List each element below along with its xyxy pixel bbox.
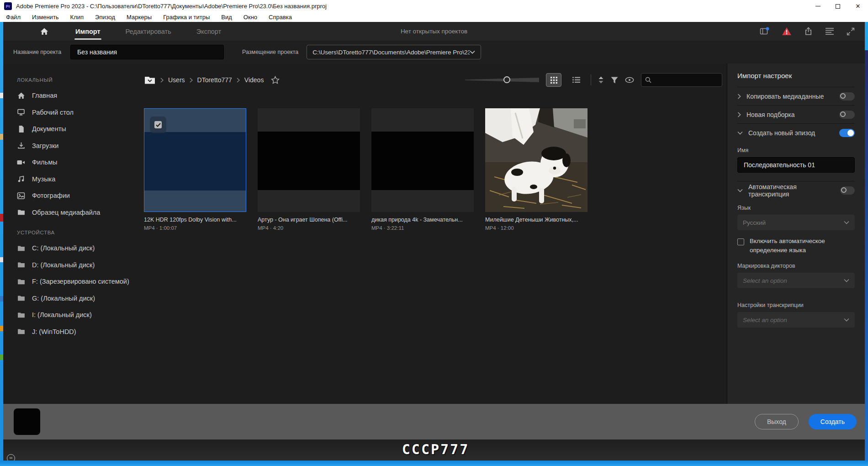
menu-clip[interactable]: Клип [70,14,84,21]
auto-transcription-toggle[interactable] [840,186,855,195]
new-sequence-toggle[interactable] [839,129,855,137]
video-thumbnail[interactable] [371,108,474,212]
transcription-settings-select[interactable]: Select an option [737,312,855,328]
sidebar-item-label: Рабочий стол [32,109,74,116]
copy-media-toggle[interactable] [839,92,855,101]
project-name-input[interactable] [70,45,224,59]
sidebar-item-drive-f[interactable]: F: (Зарезервировано системой) [17,273,138,290]
workspace-panel-icon[interactable] [760,27,769,36]
folder-icon [17,245,25,252]
desktop-icon-fragment [0,214,3,222]
media-card[interactable]: дикая природа 4k - Замечательн... MP4 · … [371,108,474,231]
menu-file[interactable]: Файл [6,14,21,21]
sidebar-item-music[interactable]: Музыка [17,171,138,188]
exit-button[interactable]: Выход [755,414,799,429]
home-icon[interactable] [40,27,49,36]
breadcrumb-user[interactable]: DToretto777 [197,76,232,84]
new-bin-toggle[interactable] [839,111,855,119]
sidebar-item-downloads[interactable]: Загрузки [17,138,138,154]
breadcrumb-videos[interactable]: Videos [244,76,264,84]
sidebar-item-drive-c[interactable]: C: (Локальный диск) [17,240,138,257]
current-folder-icon[interactable] [144,75,156,85]
minimize-button[interactable] [808,0,828,12]
media-card[interactable]: 12K HDR 120fps Dolby Vision with... MP4 … [144,108,246,231]
sort-icon[interactable] [598,76,604,84]
menu-sequence[interactable]: Эпизод [95,14,115,21]
section-label: Создать новый эпизод [748,129,815,137]
menu-help[interactable]: Справка [269,14,292,21]
sidebar-item-drive-g[interactable]: G: (Локальный диск) [17,290,138,307]
search-icon [645,77,651,83]
fullscreen-icon[interactable] [847,27,855,36]
import-settings-panel: Импорт настроек Копировать медиаданные Н… [727,64,865,404]
desktop-left-edge [0,22,3,461]
sequence-name-input[interactable] [737,157,855,173]
language-select[interactable]: Русский [737,215,855,230]
auto-detect-checkbox[interactable] [737,238,744,245]
selected-media-thumbnail [14,408,40,435]
preview-eye-icon[interactable] [625,77,634,83]
list-view-button[interactable] [568,73,584,87]
video-thumbnail[interactable] [144,108,246,212]
search-box[interactable] [641,73,722,87]
home-icon [17,92,25,100]
panel-title: Импорт настроек [737,64,855,87]
sidebar-item-drive-i[interactable]: I: (Локальный диск) [17,307,138,323]
auto-transcription-section[interactable]: Автоматическая транскрипция [737,181,855,199]
media-card[interactable]: Милейшие Детеныши Животных,... MP4 · 12:… [485,108,587,231]
auto-detect-language-option[interactable]: Включить автоматическое определение язык… [737,237,855,254]
warning-icon[interactable] [782,27,792,36]
workspaces-menu-icon[interactable] [825,27,834,35]
sidebar: ЛОКАЛЬНЫЙ Главная Рабочий стол Документы… [3,64,138,404]
transcription-settings-value: Select an option [743,317,787,323]
sidebar-item-desktop[interactable]: Рабочий стол [17,104,138,121]
tab-import[interactable]: Импорт [75,28,101,35]
sidebar-item-label: G: (Локальный диск) [32,295,95,302]
grid-view-button[interactable] [546,73,561,87]
sidebar-item-home[interactable]: Главная [17,87,138,104]
sidebar-item-movies[interactable]: Фильмы [17,154,138,171]
copy-media-section[interactable]: Копировать медиаданные [737,87,855,105]
speaker-labeling-select[interactable]: Select an option [737,273,855,288]
folder-icon [17,278,25,285]
breadcrumb-users[interactable]: Users [168,76,185,84]
language-value: Русский [743,219,766,226]
maximize-button[interactable] [828,0,848,12]
menu-graphics[interactable]: Графика и титры [163,14,210,21]
menu-view[interactable]: Вид [221,14,232,21]
thumbnail-size-slider[interactable] [465,76,539,84]
sidebar-item-drive-j[interactable]: J: (WinToHDD) [17,323,138,340]
create-button[interactable]: Создать [809,414,857,429]
folder-icon [17,295,25,302]
chevron-right-icon [237,78,240,83]
menu-edit[interactable]: Изменить [32,14,59,21]
media-card[interactable]: Артур - Она играет Шопена (Offi... MP4 ·… [258,108,360,231]
menu-markers[interactable]: Маркеры [127,14,152,21]
sidebar-item-drive-d[interactable]: D: (Локальный диск) [17,257,138,274]
menu-window[interactable]: Окно [243,14,257,21]
media-meta: MP4 · 4:20 [258,225,360,231]
tab-edit[interactable]: Редактировать [126,28,171,35]
filter-icon[interactable] [611,77,618,84]
video-thumbnail[interactable] [258,108,360,212]
favorite-star-icon[interactable] [271,76,280,84]
footer-bar: Выход Создать [3,404,865,440]
new-sequence-section[interactable]: Создать новый эпизод [737,123,855,142]
search-input[interactable] [654,77,722,84]
project-location-select[interactable]: C:\Users\DToretto777\Documents\Adobe\Pre… [307,45,481,59]
media-meta: MP4 · 3:22:11 [371,225,474,231]
project-row: Название проекта Размещение проекта C:\U… [3,41,865,64]
sidebar-item-documents[interactable]: Документы [17,121,138,138]
new-bin-section[interactable]: Новая подборка [737,105,855,123]
close-button[interactable]: ✕ [848,0,868,12]
video-thumbnail-photo[interactable] [485,108,587,212]
local-section-header: ЛОКАЛЬНЫЙ [17,77,138,83]
desktop-icon-fragment [0,296,3,302]
tab-export[interactable]: Экспорт [196,28,221,35]
share-icon[interactable] [804,27,813,36]
selection-checkbox[interactable] [150,116,166,133]
sidebar-item-sample-media[interactable]: Образец медиафайла [17,204,138,221]
slider-knob[interactable] [503,76,510,83]
sidebar-item-label: F: (Зарезервировано системой) [32,278,129,285]
sidebar-item-photos[interactable]: Фотографии [17,187,138,204]
